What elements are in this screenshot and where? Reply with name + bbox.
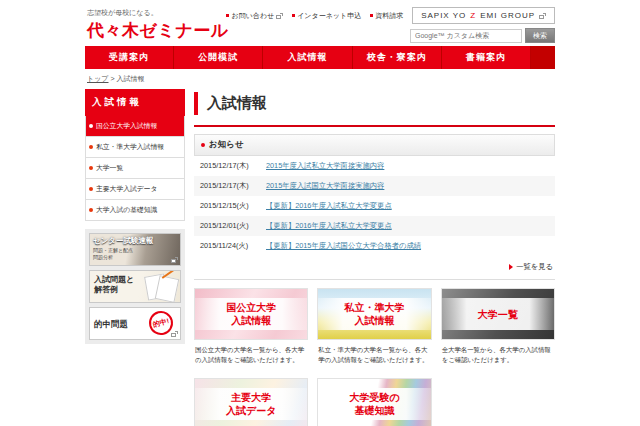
breadcrumb-current: 入試情報 [117,75,145,82]
breadcrumb-separator: > [110,75,114,82]
sidebar-item-nyushi-data[interactable]: 主要大学入試データ [86,179,184,200]
news-heading: お知らせ [209,139,244,151]
card-image: 私立・準大学入試情報 [317,288,431,340]
nav-item-campus-dorm[interactable]: 校舎・寮案内 [353,46,442,69]
external-link-icon [539,13,546,19]
sidebar-item-daigaku-ichiran[interactable]: 大学一覧 [86,158,184,179]
nav-item-books[interactable]: 書籍案内 [442,46,531,69]
card-kokkoritsu-nyushi[interactable]: 国公立大学入試情報 国公立大学の大学名一覧から、各大学の入試情報をご確認いただけ… [194,288,308,369]
card-shuyo-daigaku-data[interactable]: 主要大学入試データ 大学の入試データをご確認いただけます。 [194,378,308,426]
arrow-right-icon [509,264,513,270]
bullet-icon [89,187,93,191]
bullet-icon [89,208,93,212]
search-input[interactable] [410,29,522,43]
sidebar-item-shiritsu[interactable]: 私立・準大学入試情報 [86,137,184,158]
banner-title: 的中問題 [94,319,128,331]
bullet-icon [89,145,93,149]
category-cards: 国公立大学入試情報 国公立大学の大学名一覧から、各大学の入試情報をご確認いただけ… [194,288,555,426]
brand: 志望校が母校になる。 代々木ゼミナール [87,8,229,42]
news-link[interactable]: 【更新】2016年度入試私立大学変更点 [266,201,392,211]
brand-tagline: 志望校が母校になる。 [87,8,229,18]
request-materials-link[interactable]: 資料請求 [370,11,403,21]
nav-tail [531,46,555,69]
card-title: 国公立大学入試情報 [226,301,276,327]
search-button[interactable]: 検索 [525,28,555,43]
card-juken-kiso-chishiki[interactable]: 大学受験の基礎知識 大学受験の基礎知識情報がご確認いただけます。 [317,378,431,426]
header-utility: お問い合わせ インターネット申込 資料請求 SAPIX YOZEMI GROUP [226,7,555,43]
main-content: 入試情報 お知らせ 2015/12/17(木) 2015年度入試私立大学面接実施… [194,89,555,426]
news-row: 2015/11/24(火) 【更新】2015年度入試国公立大学合格者の成績 [194,236,555,256]
sidebar-title: 入試情報 [85,89,185,116]
sidebar-item-label: 大学一覧 [96,163,123,173]
card-daigaku-ichiran[interactable]: 大学一覧 全大学名一覧から、各大学の入試情報をご確認いただけます。 [441,288,555,369]
banner-subtitle: 問題・正解と配点 問題分析 [90,246,180,261]
news-row: 2015/12/17(木) 2015年度入試私立大学面接実施内容 [194,156,555,176]
breadcrumb-home-link[interactable]: トップ [87,75,109,82]
news-date: 2015/12/01(火) [200,221,266,231]
sidebar-item-kiso-chishiki[interactable]: 大学入試の基礎知識 [86,200,184,220]
news-list: 2015/12/17(木) 2015年度入試私立大学面接実施内容 2015/12… [194,156,555,256]
divider [194,279,555,280]
main-nav: 受講案内 公開模試 入試情報 校舎・寮案内 書籍案内 [85,46,555,69]
utility-links: お問い合わせ インターネット申込 資料請求 SAPIX YOZEMI GROUP [226,7,555,24]
nav-item-open-exam[interactable]: 公開模試 [174,46,263,69]
sidebar-item-kokkoritsu[interactable]: 国公立大学入試情報 [86,116,184,137]
card-image: 国公立大学入試情報 [194,288,308,340]
card-description: 国公立大学の大学名一覧から、各大学の入試情報をご確認いただけます。 [194,340,308,369]
card-title: 大学受験の基礎知識 [349,391,399,417]
sidebar-item-label: 大学入試の基礎知識 [96,205,157,215]
internet-apply-link[interactable]: インターネット申込 [292,11,361,21]
breadcrumb: トップ > 入試情報 [85,69,555,89]
banner-title: センター試験速報 [90,234,180,246]
sidebar: 入試情報 国公立大学入試情報 私立・準大学入試情報 大学一覧 [85,89,185,344]
news-date: 2015/12/17(木) [200,181,266,191]
site-logo[interactable]: 代々木ゼミナール [87,19,229,42]
internet-apply-label: インターネット申込 [297,11,361,21]
card-image: 大学受験の基礎知識 [317,378,431,426]
external-link-icon [276,13,283,19]
external-link-icon [171,257,178,263]
news-row: 2015/12/15(火) 【更新】2016年度入試私立大学変更点 [194,196,555,216]
card-shiritsu-nyushi[interactable]: 私立・準大学入試情報 私立・準大学の大学名一覧から、各大学の入試情報をご確認いた… [317,288,431,369]
page-title-block: 入試情報 [194,89,555,127]
nav-item-course-guide[interactable]: 受講案内 [85,46,174,69]
page-title: 入試情報 [194,92,555,115]
banner-title: 入試問題と 解答例 [90,271,180,296]
bullet-icon [292,14,295,17]
banner-exam-questions-answers[interactable]: 入試問題と 解答例 [89,270,181,303]
card-image: 大学一覧 [441,288,555,340]
sidebar-item-label: 私立・準大学入試情報 [96,142,164,152]
card-title: 私立・準大学入試情報 [344,301,404,327]
news-row: 2015/12/01(火) 【更新】2016年度入試私立大学変更点 [194,216,555,236]
bullet-icon [89,166,93,170]
external-link-icon [171,331,178,337]
circle-bullet-icon [201,143,205,147]
group-label-pre: SAPIX YO [421,11,466,20]
view-all-link[interactable]: 一覧を見る [516,262,553,272]
nav-item-exam-info[interactable]: 入試情報 [263,46,352,69]
news-date: 2015/12/17(木) [200,161,266,171]
bullet-icon [89,124,93,128]
contact-link[interactable]: お問い合わせ [226,11,283,21]
news-section-header: お知らせ [194,134,555,156]
news-date: 2015/12/15(火) [200,201,266,211]
bullet-icon [226,14,229,17]
bullet-icon [370,14,373,17]
group-label-z: Z [470,11,476,20]
news-row: 2015/12/17(木) 2015年度入試国立大学面接実施内容 [194,176,555,196]
news-link[interactable]: 【更新】2015年度入試国公立大学合格者の成績 [266,241,421,251]
news-link[interactable]: 2015年度入試私立大学面接実施内容 [266,161,384,171]
news-date: 2015/11/24(火) [200,241,266,251]
request-materials-label: 資料請求 [375,11,403,21]
sapix-yozemi-group-button[interactable]: SAPIX YOZEMI GROUP [412,7,555,24]
news-link[interactable]: 2015年度入試国立大学面接実施内容 [266,181,384,191]
contact-label: お問い合わせ [231,11,274,21]
sidebar-banners: センター試験速報 問題・正解と配点 問題分析 入試問題と 解答 [85,229,185,344]
banner-tekichu-mondai[interactable]: 的中問題 的中! [89,307,181,340]
banner-center-exam-flash[interactable]: センター試験速報 問題・正解と配点 問題分析 [89,233,181,266]
view-all-row: 一覧を見る [194,256,555,279]
card-title: 主要大学入試データ [226,391,276,417]
search-bar: 検索 [226,28,555,43]
card-title: 大学一覧 [478,308,518,321]
news-link[interactable]: 【更新】2016年度入試私立大学変更点 [266,221,392,231]
